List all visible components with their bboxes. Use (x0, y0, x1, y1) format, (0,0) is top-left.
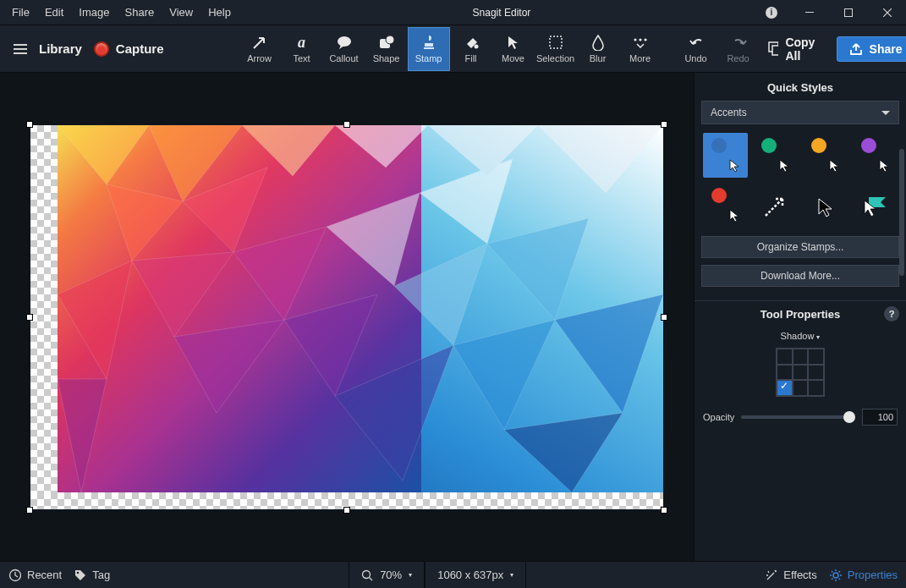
capture-label: Capture (116, 41, 164, 56)
selection-handle-br[interactable] (661, 507, 667, 514)
move-icon (505, 34, 522, 51)
tool-text[interactable]: a Text (281, 27, 323, 71)
dimensions-control[interactable]: 1060 x 637px ▾ (425, 562, 526, 589)
canvas-image (30, 125, 663, 509)
tool-blur[interactable]: Blur (577, 27, 619, 71)
tool-move[interactable]: Move (492, 27, 535, 71)
maximize-button[interactable] (830, 0, 867, 25)
selection-handle-tl[interactable] (26, 121, 33, 128)
menu-help[interactable]: Help (201, 3, 238, 22)
scrollbar[interactable] (899, 149, 904, 276)
effects-label: Effects (783, 569, 817, 581)
tool-selection[interactable]: Selection (535, 27, 577, 71)
shadow-cell-5[interactable] (793, 365, 809, 381)
stamp-cursor-green[interactable] (753, 133, 798, 178)
stamp-cursor-blue[interactable] (703, 133, 748, 178)
menu-view[interactable]: View (162, 3, 200, 22)
effects-button[interactable]: Effects (765, 569, 817, 582)
share-label: Share (870, 42, 903, 56)
recent-button[interactable]: Recent (8, 569, 62, 582)
minimize-button[interactable] (791, 0, 828, 25)
opacity-value-input[interactable]: 100 (862, 409, 898, 426)
hamburger-icon[interactable] (8, 39, 32, 59)
zoom-value: 70% (380, 569, 402, 581)
redo-button[interactable]: Redo (717, 27, 760, 71)
blur-icon (590, 34, 607, 51)
selection-handle-mr[interactable] (661, 314, 667, 321)
svg-point-4 (386, 36, 394, 44)
selection-handle-ml[interactable] (26, 314, 33, 321)
shadow-dropdown[interactable]: Shadow ▾ (695, 327, 906, 344)
gear-icon (829, 569, 843, 582)
shadow-cell-8[interactable] (793, 380, 809, 396)
svg-point-38 (77, 571, 80, 574)
svg-point-10 (644, 38, 646, 41)
shadow-cell-9[interactable] (808, 380, 824, 396)
canvas-viewport[interactable] (0, 73, 694, 561)
tool-arrow[interactable]: Arrow (239, 27, 281, 71)
selection-handle-bl[interactable] (26, 507, 33, 514)
selection-handle-tr[interactable] (661, 121, 667, 128)
shadow-cell-7[interactable] (777, 380, 793, 396)
copy-all-button[interactable]: Copy All (760, 30, 828, 68)
slider-handle[interactable] (843, 411, 855, 423)
tool-move-label: Move (502, 53, 524, 63)
shadow-cell-6[interactable] (808, 365, 824, 381)
organize-stamps-button[interactable]: Organize Stamps... (701, 236, 899, 258)
copy-icon (768, 41, 779, 57)
zoom-control[interactable]: 70% ▾ (349, 562, 425, 589)
stamp-cursor-black[interactable] (803, 183, 848, 228)
svg-point-40 (833, 573, 838, 578)
tool-shape[interactable]: Shape (365, 27, 408, 71)
library-button[interactable]: Library (39, 41, 82, 56)
stamp-cursor-teal-flag[interactable] (853, 183, 898, 228)
undo-icon (688, 34, 705, 51)
svg-point-2 (338, 36, 351, 47)
svg-point-39 (363, 570, 371, 578)
selection-handle-bm[interactable] (343, 507, 350, 514)
info-icon[interactable]: i (766, 7, 777, 19)
shadow-cell-3[interactable] (808, 349, 824, 365)
selection-handle-tm[interactable] (343, 121, 350, 128)
tool-more[interactable]: More (619, 27, 662, 71)
svg-rect-1 (845, 8, 853, 16)
tool-buttons: Arrow a Text Callout Shape Stamp Fill Mo… (239, 27, 662, 71)
stamp-icon (420, 34, 437, 51)
shadow-cell-4[interactable] (777, 365, 793, 381)
properties-button[interactable]: Properties (829, 569, 898, 582)
menu-share[interactable]: Share (118, 3, 162, 22)
close-button[interactable] (869, 0, 906, 25)
shadow-cell-1[interactable] (777, 349, 793, 365)
opacity-slider[interactable] (741, 415, 855, 419)
svg-point-9 (639, 38, 641, 41)
undo-label: Undo (684, 53, 706, 63)
menu-image[interactable]: Image (72, 3, 116, 22)
undo-button[interactable]: Undo (675, 27, 717, 71)
app-title: Snagit Editor (238, 7, 766, 19)
tag-button[interactable]: Tag (74, 569, 110, 582)
tool-selection-label: Selection (536, 53, 574, 63)
download-more-button[interactable]: Download More... (701, 265, 899, 287)
record-icon (94, 41, 109, 57)
stamp-cursor-purple[interactable] (853, 133, 898, 178)
capture-button[interactable]: Capture (94, 41, 164, 57)
tool-fill[interactable]: Fill (450, 27, 492, 71)
stamp-cursor-red[interactable] (703, 183, 748, 228)
menu-file[interactable]: File (5, 3, 36, 22)
tool-stamp[interactable]: Stamp (408, 27, 450, 71)
tool-shape-label: Shape (373, 53, 400, 63)
tool-fill-label: Fill (465, 53, 477, 63)
svg-rect-12 (772, 46, 779, 55)
shadow-cell-2[interactable] (793, 349, 809, 365)
help-icon[interactable]: ? (884, 306, 899, 321)
canvas[interactable] (30, 125, 663, 509)
stamp-arrow-dashed[interactable] (753, 183, 798, 228)
menu-edit[interactable]: Edit (38, 3, 70, 22)
style-category-label: Accents (711, 107, 747, 118)
tool-callout[interactable]: Callout (323, 27, 365, 71)
share-button[interactable]: Share (837, 36, 906, 62)
stamp-cursor-orange[interactable] (803, 133, 848, 178)
shadow-direction-grid (776, 348, 825, 397)
opacity-control: Opacity 100 (695, 400, 906, 434)
style-category-dropdown[interactable]: Accents (701, 101, 899, 124)
